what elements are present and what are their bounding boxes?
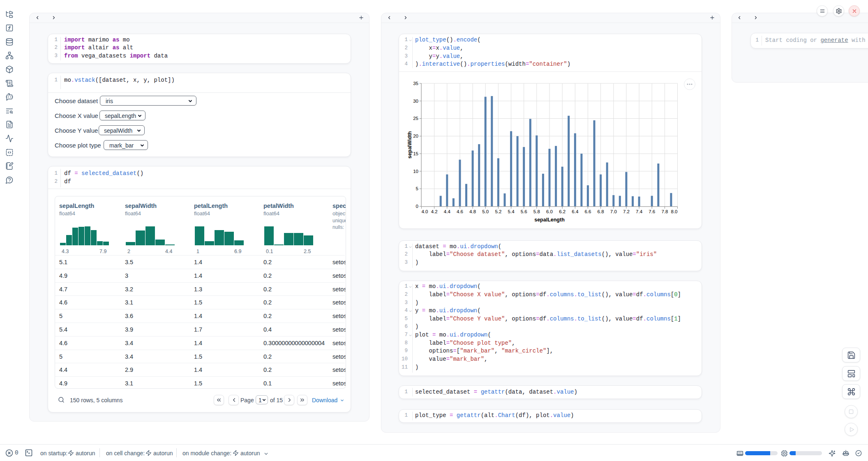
svg-text:5: 5 [416, 186, 418, 191]
svg-text:25: 25 [413, 116, 418, 121]
svg-text:7.6: 7.6 [649, 209, 655, 214]
svg-text:7.8: 7.8 [661, 209, 668, 214]
svg-text:sepalWidth: sepalWidth [407, 131, 413, 159]
svg-text:15: 15 [413, 151, 418, 156]
svg-text:6.8: 6.8 [598, 209, 604, 214]
svg-text:sepalLength: sepalLength [534, 217, 565, 223]
svg-text:4.0: 4.0 [422, 209, 428, 214]
svg-text:5.4: 5.4 [508, 209, 515, 214]
svg-text:5.0: 5.0 [482, 209, 489, 214]
svg-text:6.0: 6.0 [546, 209, 553, 214]
svg-text:4.4: 4.4 [444, 209, 451, 214]
svg-text:20: 20 [413, 134, 418, 138]
svg-text:7.0: 7.0 [610, 209, 617, 214]
svg-text:6.4: 6.4 [572, 209, 579, 214]
svg-text:5.2: 5.2 [495, 209, 501, 214]
svg-text:0: 0 [416, 204, 418, 209]
svg-text:4.2: 4.2 [431, 209, 438, 214]
svg-text:4.8: 4.8 [469, 209, 476, 214]
svg-text:35: 35 [413, 81, 418, 86]
svg-text:7.2: 7.2 [623, 209, 630, 214]
svg-text:8.0: 8.0 [671, 209, 678, 214]
svg-text:10: 10 [413, 169, 418, 174]
svg-text:6.6: 6.6 [584, 209, 591, 214]
svg-text:5.6: 5.6 [521, 209, 527, 214]
svg-text:30: 30 [413, 99, 418, 104]
svg-text:5.8: 5.8 [533, 209, 540, 214]
svg-text:6.2: 6.2 [559, 209, 566, 214]
svg-text:4.6: 4.6 [457, 209, 463, 214]
svg-text:7.4: 7.4 [636, 209, 643, 214]
